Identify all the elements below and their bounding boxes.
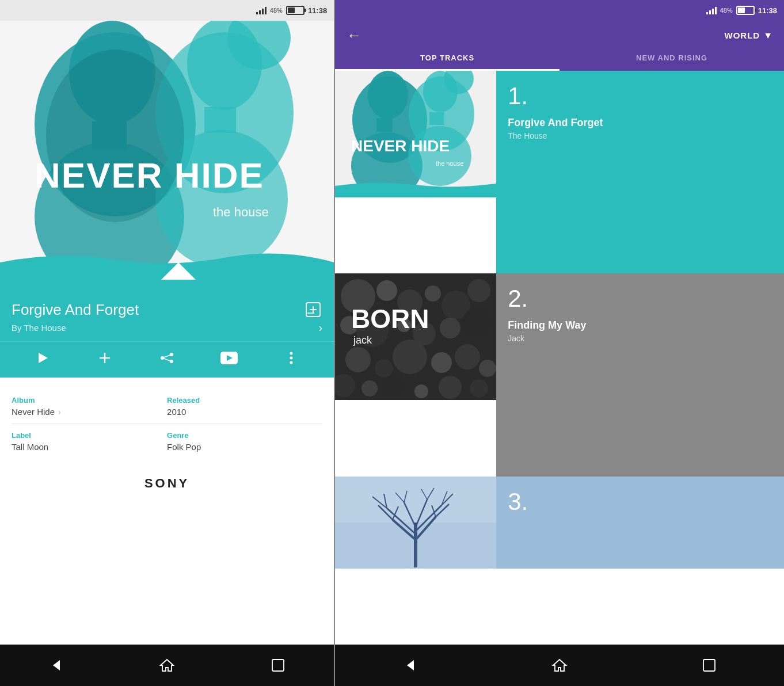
recents-nav-button-right[interactable] <box>692 648 726 683</box>
home-nav-button-left[interactable] <box>150 648 184 683</box>
left-panel: 48% 11:38 NEVER HI <box>0 0 334 686</box>
svg-point-66 <box>361 380 378 397</box>
right-header: ← WORLD ▼ <box>335 21 784 44</box>
svg-rect-33 <box>272 660 284 671</box>
label-detail: Label Tall Moon <box>12 424 167 459</box>
svg-text:NEVER HIDE: NEVER HIDE <box>35 155 264 195</box>
svg-point-63 <box>455 344 480 369</box>
right-bottom-nav <box>335 645 784 686</box>
svg-point-68 <box>414 384 428 398</box>
track-3-info[interactable]: 3. <box>496 477 784 569</box>
battery-percent-right: 48% <box>720 7 733 14</box>
artist-chevron[interactable]: › <box>318 321 322 334</box>
left-bottom-nav <box>0 645 334 686</box>
tab-new-and-rising[interactable]: NEW AND RISING <box>560 44 784 71</box>
track-2-title: Finding My Way <box>508 319 772 331</box>
svg-rect-96 <box>703 660 715 671</box>
back-nav-button-left[interactable] <box>39 648 73 683</box>
right-panel: 48% 11:38 ← WORLD ▼ TOP TRACKS NEW AND R… <box>335 0 784 686</box>
svg-point-29 <box>290 357 293 360</box>
youtube-button[interactable] <box>218 346 241 369</box>
song-info-bar: Forgive And Forget By The House › <box>0 291 334 341</box>
svg-point-59 <box>345 347 371 372</box>
svg-point-70 <box>470 379 488 398</box>
label-label: Label <box>12 431 167 440</box>
svg-marker-31 <box>53 660 60 670</box>
svg-text:the house: the house <box>436 160 463 167</box>
artist-name: By The House <box>12 323 66 333</box>
battery-icon-right <box>736 6 755 15</box>
svg-point-60 <box>375 359 393 378</box>
svg-point-69 <box>439 376 462 399</box>
more-options-button[interactable] <box>280 346 303 369</box>
svg-point-36 <box>368 71 408 119</box>
track-2-info[interactable]: 2. Finding My Way Jack <box>496 273 784 476</box>
album-detail: Album Never Hide › <box>12 389 167 424</box>
time-left: 11:38 <box>308 6 327 15</box>
svg-point-30 <box>290 361 293 364</box>
dropdown-arrow-icon[interactable]: ▼ <box>763 31 772 41</box>
right-status-bar: 48% 11:38 <box>335 0 784 21</box>
album-chevron[interactable]: › <box>58 407 61 417</box>
signal-icon-right <box>706 6 717 14</box>
battery-icon-left <box>286 6 305 15</box>
svg-line-24 <box>162 355 172 358</box>
track-2-thumbnail[interactable]: BORN jack <box>335 273 496 400</box>
svg-point-67 <box>382 375 403 396</box>
track-1-thumbnail[interactable]: NEVER HIDE the house <box>335 71 496 197</box>
svg-text:BORN: BORN <box>351 304 429 334</box>
track-2-number: 2. <box>508 285 772 312</box>
album-value: Never Hide <box>12 407 55 417</box>
genre-detail: Genre Folk Pop <box>167 424 322 459</box>
svg-point-52 <box>467 279 490 302</box>
album-label: Album <box>12 396 167 405</box>
released-value: 2010 <box>167 407 186 417</box>
time-right: 11:38 <box>758 6 777 15</box>
svg-rect-37 <box>376 118 393 132</box>
track-3-number: 3. <box>508 488 772 516</box>
add-to-playlist-button[interactable] <box>304 300 322 319</box>
details-section: Album Never Hide › Released 2010 Label T… <box>0 378 334 645</box>
svg-rect-7 <box>204 107 236 133</box>
svg-rect-41 <box>429 112 444 125</box>
released-detail: Released 2010 <box>167 389 322 424</box>
share-button[interactable] <box>155 346 178 369</box>
track-1-artist: The House <box>508 131 772 140</box>
location-label: WORLD <box>725 31 760 40</box>
svg-text:NEVER HIDE: NEVER HIDE <box>351 137 450 155</box>
track-3-thumbnail[interactable] <box>335 477 496 569</box>
svg-point-62 <box>431 352 452 373</box>
genre-label: Genre <box>167 431 322 440</box>
track-2-artist: Jack <box>508 334 772 343</box>
home-nav-button-right[interactable] <box>542 648 577 683</box>
tabs-bar: TOP TRACKS NEW AND RISING <box>335 44 784 71</box>
add-button[interactable] <box>93 346 116 369</box>
left-status-bar: 48% 11:38 <box>0 0 334 21</box>
back-button-right[interactable]: ← <box>347 26 361 44</box>
sony-logo: SONY <box>12 459 322 502</box>
album-art-left: NEVER HIDE the house <box>0 21 334 291</box>
svg-point-42 <box>408 126 471 186</box>
label-value: Tall Moon <box>12 442 48 452</box>
track-1-number: 1. <box>508 82 772 110</box>
svg-point-10 <box>46 49 184 222</box>
svg-rect-74 <box>335 477 496 523</box>
svg-point-57 <box>440 318 460 338</box>
track-1-info[interactable]: 1. Forgive And Forget The House <box>496 71 784 273</box>
svg-point-50 <box>425 285 441 302</box>
released-label: Released <box>167 396 322 405</box>
svg-marker-95 <box>553 660 566 671</box>
svg-text:jack: jack <box>353 334 372 346</box>
song-title: Forgive And Forget <box>12 301 139 319</box>
recents-nav-button-left[interactable] <box>261 648 295 683</box>
play-button[interactable] <box>31 346 54 369</box>
action-bar <box>0 341 334 378</box>
svg-marker-32 <box>161 660 173 671</box>
tab-top-tracks[interactable]: TOP TRACKS <box>335 44 560 71</box>
svg-line-25 <box>162 358 172 361</box>
svg-text:the house: the house <box>213 205 269 219</box>
svg-point-58 <box>462 308 490 336</box>
back-nav-button-right[interactable] <box>393 648 427 683</box>
battery-percent-left: 48% <box>270 7 283 14</box>
svg-point-61 <box>393 340 427 374</box>
